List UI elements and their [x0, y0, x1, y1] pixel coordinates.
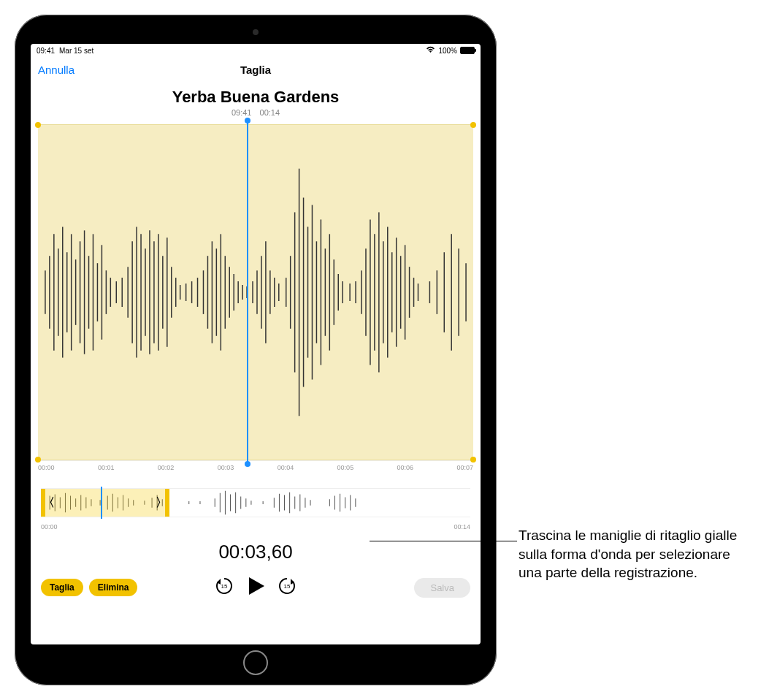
ruler-tick: 00:05 — [337, 464, 354, 475]
nav-bar: Annulla Taglia — [31, 57, 481, 82]
trim-handle-bottom-right[interactable] — [470, 457, 476, 463]
svg-marker-137 — [249, 577, 264, 595]
screen: 09:41 Mar 15 set 100% Annulla Taglia Yer… — [31, 44, 481, 644]
callout-text: Trascina le maniglie di ritaglio gialle … — [519, 526, 752, 582]
skip-back-15-icon[interactable]: 15 — [214, 576, 234, 599]
trim-handle-bottom-left[interactable] — [35, 457, 41, 463]
save-button[interactable]: Salva — [414, 578, 470, 598]
playhead-overview[interactable] — [101, 487, 102, 519]
page-title: Taglia — [240, 64, 271, 76]
play-icon[interactable] — [245, 575, 267, 600]
waveform-graphic — [38, 125, 473, 460]
recording-title: Yerba Buena Gardens — [31, 88, 481, 107]
battery-percent: 100% — [438, 47, 457, 55]
playhead-main[interactable] — [247, 121, 248, 464]
status-date: Mar 15 set — [59, 47, 93, 55]
battery-icon — [460, 47, 475, 54]
status-bar: 09:41 Mar 15 set 100% — [31, 44, 481, 57]
svg-text:15: 15 — [284, 583, 291, 590]
ipad-frame: 09:41 Mar 15 set 100% Annulla Taglia Yer… — [15, 15, 497, 685]
waveform-main[interactable] — [38, 124, 473, 460]
ruler-tick: 00:00 — [38, 464, 55, 475]
trim-handle-top-left[interactable] — [35, 122, 41, 128]
svg-text:15: 15 — [221, 583, 228, 590]
controls-row: Taglia Elimina 15 15 Sal — [31, 571, 481, 613]
ruler-tick: 00:06 — [397, 464, 414, 475]
trim-handle-left-icon[interactable]: 〈 — [43, 495, 55, 511]
wifi-icon — [426, 46, 435, 55]
home-button[interactable] — [243, 650, 268, 675]
trim-handle-right-icon[interactable]: 〉 — [156, 495, 167, 511]
delete-button[interactable]: Elimina — [89, 579, 138, 596]
callout-leader-line — [370, 541, 517, 541]
waveform-overview[interactable]: 〈 〉 — [41, 488, 470, 517]
recording-clock: 09:41 — [232, 108, 252, 117]
status-time: 09:41 — [37, 47, 55, 55]
ruler-tick: 00:04 — [278, 464, 294, 475]
trim-selection[interactable]: 〈 〉 — [41, 489, 169, 517]
ruler-tick: 00:02 — [158, 464, 175, 475]
overview-start: 00:00 — [41, 523, 58, 530]
cancel-button[interactable]: Annulla — [38, 64, 74, 76]
ruler-tick: 00:01 — [98, 464, 115, 475]
trim-button[interactable]: Taglia — [41, 579, 83, 596]
playback-timer: 00:03,60 — [31, 541, 481, 563]
time-ruler: 00:00 00:01 00:02 00:03 00:04 00:05 00:0… — [38, 460, 473, 475]
overview-times: 00:00 00:14 — [41, 523, 470, 530]
ruler-tick: 00:03 — [218, 464, 234, 475]
recording-header: Yerba Buena Gardens 09:41 00:14 — [31, 82, 481, 120]
trim-handle-top-right[interactable] — [470, 122, 476, 128]
skip-forward-15-icon[interactable]: 15 — [277, 576, 297, 599]
recording-duration: 00:14 — [260, 108, 280, 117]
ruler-tick: 00:07 — [456, 464, 473, 475]
overview-end: 00:14 — [454, 523, 470, 530]
device-camera — [253, 29, 259, 35]
